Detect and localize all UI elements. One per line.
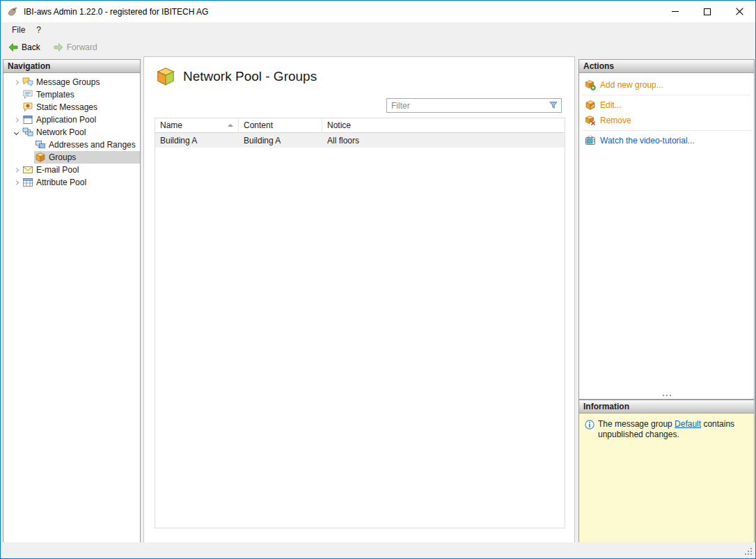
cell-name: Building A: [155, 136, 239, 145]
default-group-link[interactable]: Default: [675, 419, 701, 429]
separator: [582, 130, 751, 131]
title-bar: IBI-aws Admin 1.22.0 - registered for IB…: [1, 1, 755, 22]
cell-content: Building A: [239, 136, 322, 145]
add-new-group-label: Add new group...: [600, 80, 663, 90]
tree-item-addresses-and-ranges[interactable]: Addresses and Ranges: [3, 139, 140, 151]
tree-label: E-mail Pool: [36, 165, 79, 175]
actions-header: Actions: [579, 60, 754, 73]
forward-button[interactable]: Forward: [50, 40, 100, 54]
table-header: Name Content Notice: [155, 118, 565, 133]
forward-arrow-icon: [53, 42, 64, 53]
splitter-handle[interactable]: [663, 395, 671, 396]
minimize-button[interactable]: [659, 1, 691, 22]
network-pool-icon: [22, 127, 33, 138]
information-message: The message group Default contains unpub…: [598, 419, 748, 440]
chevron-right-icon[interactable]: [10, 177, 22, 188]
tree-label: Groups: [49, 152, 76, 162]
separator: [582, 95, 751, 95]
tree-label: Static Messages: [36, 102, 97, 112]
groups-icon: [35, 152, 46, 163]
app-window: IBI-aws Admin 1.22.0 - registered for IB…: [0, 0, 756, 559]
information-header: Information: [579, 400, 754, 414]
cell-notice: All floors: [322, 136, 565, 145]
navigation-header: Navigation: [3, 60, 140, 73]
tree-label: Addresses and Ranges: [49, 140, 136, 150]
close-button[interactable]: [723, 1, 755, 22]
tree-item-network-pool[interactable]: Network Pool: [3, 126, 140, 139]
attribute-pool-icon: [22, 177, 33, 188]
email-pool-icon: [22, 164, 33, 175]
tree-item-groups[interactable]: Groups: [3, 151, 140, 164]
status-bar: [1, 542, 755, 558]
app-logo-icon: [7, 6, 18, 17]
tree-item-templates[interactable]: Templates: [3, 88, 140, 101]
column-header-content[interactable]: Content: [239, 118, 322, 132]
remove-group-icon: [585, 115, 596, 126]
tree-label: Templates: [36, 90, 74, 100]
video-tutorial-action[interactable]: Watch the video-tutorial...: [579, 133, 754, 148]
tv-icon: [585, 135, 596, 146]
chevron-spacer: [10, 102, 22, 113]
tree-item-message-groups[interactable]: Message Groups: [3, 76, 140, 88]
menu-bar: File ?: [1, 22, 755, 38]
chevron-spacer: [10, 89, 22, 100]
information-body: The message group Default contains unpub…: [579, 414, 754, 446]
page-title: Network Pool - Groups: [183, 69, 317, 84]
actions-panel: Actions Add new group...: [578, 59, 755, 400]
static-messages-icon: [22, 102, 33, 113]
menu-file[interactable]: File: [6, 23, 31, 37]
window-title: IBI-aws Admin 1.22.0 - registered for IB…: [24, 7, 208, 17]
message-groups-icon: [22, 77, 33, 88]
toolbar: Back Forward: [1, 38, 755, 56]
info-text-before: The message group: [598, 419, 675, 429]
filter-input[interactable]: [386, 98, 562, 113]
maximize-button[interactable]: [691, 1, 723, 22]
remove-action[interactable]: Remove: [579, 113, 754, 128]
info-icon: [585, 420, 594, 430]
actions-list: Add new group... Edit...: [579, 73, 754, 148]
column-header-notice[interactable]: Notice: [322, 118, 565, 132]
chevron-spacer: [23, 152, 34, 163]
chevron-right-icon[interactable]: [10, 164, 22, 175]
tree-label: Application Pool: [36, 115, 96, 125]
edit-label: Edit...: [600, 100, 622, 110]
groups-table: Name Content Notice Building A Building …: [155, 118, 565, 528]
close-icon: [736, 8, 743, 15]
tree-item-static-messages[interactable]: Static Messages: [3, 101, 140, 113]
back-arrow-icon: [8, 42, 19, 53]
sort-ascending-icon: [228, 124, 233, 127]
filter-box: [386, 98, 562, 113]
table-row[interactable]: Building A Building A All floors: [155, 133, 565, 148]
chevron-spacer: [23, 139, 34, 150]
navigation-tree: Message Groups Templates: [3, 73, 140, 189]
chevron-right-icon[interactable]: [10, 77, 22, 88]
back-button[interactable]: Back: [5, 40, 43, 54]
add-group-icon: [585, 79, 596, 90]
page-heading: Network Pool - Groups: [144, 57, 574, 87]
resize-grip-icon[interactable]: [750, 553, 752, 555]
templates-icon: [22, 89, 33, 100]
tree-label: Network Pool: [36, 127, 86, 137]
minimize-icon: [672, 11, 679, 12]
chevron-right-icon[interactable]: [10, 114, 22, 125]
tree-item-email-pool[interactable]: E-mail Pool: [3, 164, 140, 176]
tree-label: Attribute Pool: [36, 178, 86, 187]
groups-page-icon: [155, 66, 176, 87]
application-pool-icon: [22, 114, 33, 125]
content-panel: Network Pool - Groups Name Content Notic…: [143, 56, 575, 543]
add-new-group-action[interactable]: Add new group...: [579, 77, 754, 93]
tree-item-application-pool[interactable]: Application Pool: [3, 113, 140, 126]
navigation-panel: Navigation Message Groups: [3, 59, 141, 543]
column-header-name[interactable]: Name: [155, 118, 239, 132]
maximize-icon: [704, 8, 711, 15]
tree-label: Message Groups: [36, 77, 100, 87]
forward-label: Forward: [67, 42, 97, 52]
information-panel: Information The message group Default co…: [578, 400, 755, 543]
edit-action[interactable]: Edit...: [579, 97, 754, 113]
tree-item-attribute-pool[interactable]: Attribute Pool: [3, 176, 140, 189]
back-label: Back: [22, 42, 40, 52]
menu-help[interactable]: ?: [31, 23, 47, 37]
edit-group-icon: [585, 100, 596, 111]
chevron-down-icon[interactable]: [10, 127, 22, 138]
filter-funnel-icon[interactable]: [549, 100, 558, 110]
